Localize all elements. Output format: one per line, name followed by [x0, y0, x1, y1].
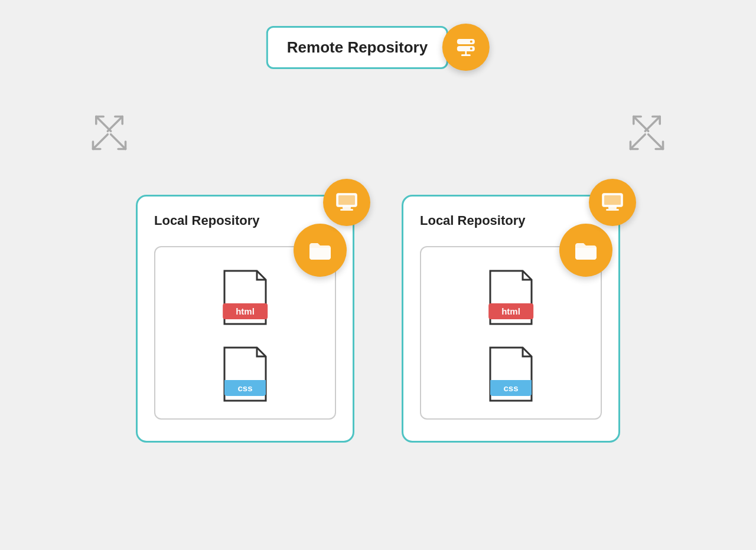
svg-rect-17 [340, 209, 353, 211]
svg-line-8 [111, 135, 126, 149]
remote-repo-container: Remote Repository [266, 24, 490, 71]
svg-point-5 [470, 48, 472, 50]
right-inner-box: html css [420, 246, 602, 420]
svg-line-13 [645, 116, 660, 131]
svg-rect-18 [338, 195, 355, 205]
left-card-wrapper: Local Repository [136, 177, 354, 443]
svg-point-4 [470, 41, 472, 43]
right-html-badge: html [488, 303, 533, 319]
right-css-file: css [475, 342, 546, 407]
expand-arrows-left [86, 109, 133, 159]
remote-repo-label: Remote Repository [287, 38, 428, 56]
left-inner-box: html css [154, 246, 336, 420]
left-html-file: html [210, 265, 281, 330]
right-folder-icon [559, 224, 612, 277]
svg-rect-25 [604, 195, 621, 205]
svg-line-7 [93, 135, 107, 149]
svg-line-9 [107, 116, 122, 131]
right-html-file: html [475, 265, 546, 330]
main-scene: Remote Repository [0, 0, 756, 550]
svg-line-11 [630, 135, 645, 149]
right-card-wrapper: Local Repository [402, 177, 620, 443]
expand-arrows-right [623, 109, 670, 159]
left-folder-icon [294, 224, 347, 277]
server-svg [453, 34, 479, 60]
server-icon [442, 24, 490, 71]
left-css-file: css [210, 342, 281, 407]
left-monitor-icon [323, 179, 370, 226]
svg-rect-16 [343, 207, 351, 209]
svg-line-12 [649, 135, 663, 149]
svg-rect-24 [606, 209, 619, 211]
svg-rect-3 [461, 54, 471, 56]
remote-repo-box: Remote Repository [266, 26, 448, 69]
svg-rect-23 [608, 207, 617, 209]
left-html-badge: html [223, 303, 268, 319]
right-monitor-icon [589, 179, 636, 226]
right-css-badge: css [490, 380, 531, 396]
right-local-repo-card: Local Repository [402, 195, 620, 443]
left-css-badge: css [224, 380, 265, 396]
local-repos-row: Local Repository [136, 177, 620, 443]
left-local-repo-card: Local Repository [136, 195, 354, 443]
